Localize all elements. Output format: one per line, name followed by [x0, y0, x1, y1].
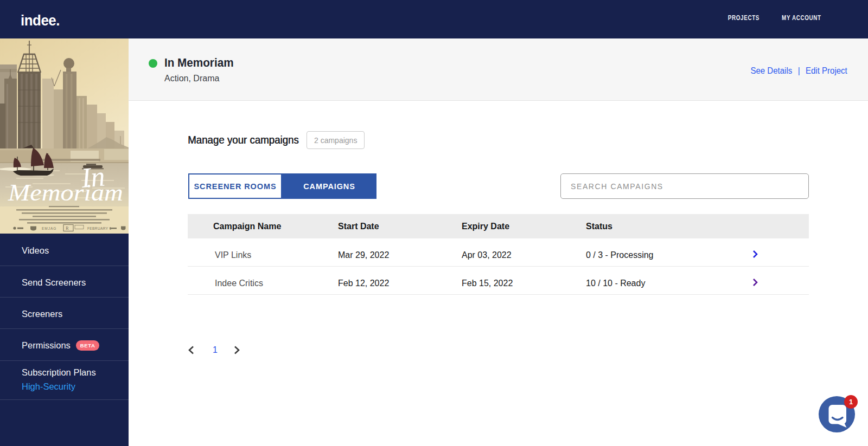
svg-text:R: R: [66, 225, 69, 231]
svg-text:EMJAG: EMJAG: [42, 227, 56, 230]
svg-text:Memoriam: Memoriam: [8, 179, 123, 206]
svg-text:FEBRUARY 1: FEBRUARY 1: [87, 227, 112, 230]
